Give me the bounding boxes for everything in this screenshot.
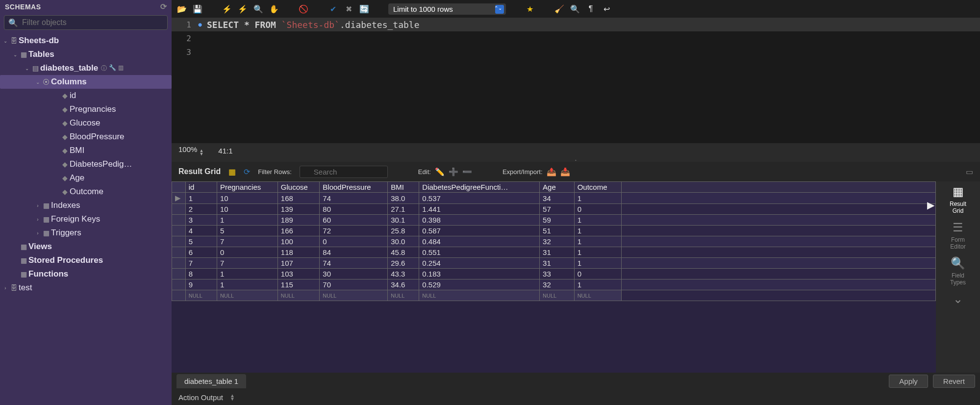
table-row[interactable]: 311896030.10.398591 bbox=[172, 215, 936, 226]
refresh-icon[interactable]: ⟳ bbox=[160, 2, 167, 11]
column-header[interactable]: DiabetesPedigreeFuncti… bbox=[419, 182, 540, 193]
wrap-cell-icon[interactable]: ▭ bbox=[966, 167, 973, 177]
cell[interactable]: 59 bbox=[540, 215, 575, 226]
column-header[interactable]: Outcome bbox=[574, 182, 621, 193]
grid-view-icon[interactable]: ▦ bbox=[228, 167, 236, 177]
result-tab[interactable]: diabetes_table 1 bbox=[176, 374, 246, 388]
zoom-level[interactable]: 100%▲▼ bbox=[178, 145, 203, 156]
cell[interactable]: 5 bbox=[185, 236, 217, 247]
cell[interactable]: 10 bbox=[217, 193, 277, 204]
table-row[interactable]: 451667225.80.587511 bbox=[172, 226, 936, 236]
tree-db-test[interactable]: › 🗄 test bbox=[0, 281, 172, 295]
column-header[interactable]: Pregnancies bbox=[217, 182, 277, 193]
expand-panel-icon[interactable]: ▶ bbox=[927, 199, 934, 211]
cell[interactable]: 4 bbox=[185, 226, 217, 236]
editor-line[interactable]: 2 bbox=[172, 31, 980, 45]
tree-triggers[interactable]: › ▦ Triggers bbox=[0, 226, 172, 240]
cell[interactable]: 80 bbox=[320, 204, 388, 215]
delete-row-icon[interactable]: ➖ bbox=[462, 167, 472, 177]
cell[interactable]: 25.8 bbox=[388, 226, 419, 236]
cell[interactable]: 6 bbox=[185, 247, 217, 258]
cell[interactable]: 1 bbox=[574, 226, 621, 236]
add-row-icon[interactable]: ➕ bbox=[449, 167, 458, 177]
cell[interactable]: 51 bbox=[540, 226, 575, 236]
tree-views[interactable]: ▦ Views bbox=[0, 240, 172, 253]
cell[interactable]: 7 bbox=[217, 236, 277, 247]
cell[interactable]: 1 bbox=[574, 247, 621, 258]
cell[interactable]: 189 bbox=[277, 215, 319, 226]
editor-line[interactable]: 3 bbox=[172, 45, 980, 59]
cell[interactable]: 1 bbox=[185, 193, 217, 204]
wrap-icon[interactable]: ↩ bbox=[601, 3, 612, 14]
cell[interactable]: 0.587 bbox=[419, 226, 540, 236]
cell[interactable]: 45.8 bbox=[388, 247, 419, 258]
tree-column[interactable]: ◆Pregnancies bbox=[0, 102, 172, 116]
cell[interactable]: 0.529 bbox=[419, 279, 540, 290]
chevron-down-icon[interactable]: ⌄ bbox=[34, 79, 41, 85]
cell[interactable]: 30.1 bbox=[388, 215, 419, 226]
tree-stored-procedures[interactable]: ▦ Stored Procedures bbox=[0, 253, 172, 267]
cell[interactable]: 107 bbox=[277, 258, 319, 269]
cell[interactable]: 1 bbox=[574, 215, 621, 226]
cell[interactable]: 7 bbox=[185, 258, 217, 269]
save-icon[interactable]: 💾 bbox=[192, 3, 203, 14]
cell[interactable]: 168 bbox=[277, 193, 319, 204]
cell[interactable]: 0.254 bbox=[419, 258, 540, 269]
chevron-right-icon[interactable]: › bbox=[2, 285, 9, 291]
cell[interactable]: 32 bbox=[540, 236, 575, 247]
table-row[interactable]: 2101398027.11.441570 bbox=[172, 204, 936, 215]
zoom-stepper-icon[interactable]: ▲▼ bbox=[199, 149, 203, 156]
row-selector[interactable] bbox=[172, 204, 186, 215]
tree-db[interactable]: ⌄ 🗄 Sheets-db bbox=[0, 34, 172, 48]
cell[interactable]: 32 bbox=[540, 279, 575, 290]
cell[interactable]: 0.398 bbox=[419, 215, 540, 226]
tool-field-types[interactable]: 🔍 Field Types bbox=[949, 256, 967, 286]
cell[interactable]: 72 bbox=[320, 226, 388, 236]
execute-step-icon[interactable]: ⚡ bbox=[237, 3, 248, 14]
null-cell[interactable]: NULL bbox=[185, 290, 217, 301]
row-selector[interactable] bbox=[172, 226, 186, 236]
tool-form-editor[interactable]: ☰ Form Editor bbox=[949, 220, 967, 250]
edit-row-icon[interactable]: ✏️ bbox=[435, 167, 445, 177]
cell[interactable]: 34 bbox=[540, 193, 575, 204]
cell[interactable]: 1 bbox=[574, 279, 621, 290]
favorite-icon[interactable]: ★ bbox=[525, 3, 535, 14]
execute-icon[interactable]: ⚡ bbox=[222, 3, 232, 14]
cell[interactable]: 0 bbox=[574, 204, 621, 215]
null-cell[interactable]: NULL bbox=[574, 290, 621, 301]
tree-column[interactable]: ◆BMI bbox=[0, 144, 172, 157]
cell[interactable]: 29.6 bbox=[388, 258, 419, 269]
revert-button[interactable]: Revert bbox=[933, 375, 975, 388]
limit-select[interactable]: Limit to 1000 rows bbox=[388, 3, 506, 15]
chevron-down-icon[interactable]: ⌄ bbox=[12, 52, 19, 57]
cell[interactable]: 139 bbox=[277, 204, 319, 215]
row-selector[interactable]: ▶ bbox=[172, 193, 186, 204]
chevron-right-icon[interactable]: › bbox=[34, 230, 41, 236]
row-selector[interactable] bbox=[172, 215, 186, 226]
wrench-icon[interactable]: 🔧 bbox=[109, 64, 116, 73]
cell[interactable]: 115 bbox=[277, 279, 319, 290]
tree-column[interactable]: ◆BloodPressure bbox=[0, 130, 172, 144]
cell[interactable]: 1 bbox=[217, 269, 277, 279]
cell[interactable]: 74 bbox=[320, 193, 388, 204]
tree-columns[interactable]: ⌄ ⦿ Columns bbox=[0, 75, 172, 89]
cell[interactable]: 1.441 bbox=[419, 204, 540, 215]
cell[interactable]: 0 bbox=[574, 269, 621, 279]
cell[interactable]: 100 bbox=[277, 236, 319, 247]
null-cell[interactable]: NULL bbox=[540, 290, 575, 301]
cell[interactable]: 166 bbox=[277, 226, 319, 236]
tree-column[interactable]: ◆Glucose bbox=[0, 116, 172, 130]
column-header[interactable]: Age bbox=[540, 182, 575, 193]
find-icon[interactable]: 🔍 bbox=[570, 3, 580, 14]
tree-functions[interactable]: ▦ Functions bbox=[0, 267, 172, 281]
cell[interactable]: 2 bbox=[185, 204, 217, 215]
cell[interactable]: 30.0 bbox=[388, 236, 419, 247]
tree-column[interactable]: ◆DiabetesPedig… bbox=[0, 157, 172, 171]
cell[interactable]: 118 bbox=[277, 247, 319, 258]
cell[interactable]: 60 bbox=[320, 215, 388, 226]
cell[interactable]: 1 bbox=[217, 215, 277, 226]
cell[interactable]: 103 bbox=[277, 269, 319, 279]
import-icon[interactable]: 📥 bbox=[560, 167, 570, 177]
cell[interactable]: 30 bbox=[320, 269, 388, 279]
result-grid-wrap[interactable]: idPregnanciesGlucoseBloodPressureBMIDiab… bbox=[172, 181, 936, 373]
